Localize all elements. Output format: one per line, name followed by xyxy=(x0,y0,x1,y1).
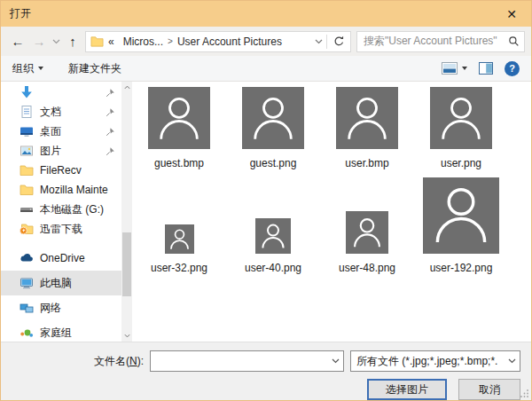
sidebar-item-local-disk-g[interactable]: 本地磁盘 (G:) xyxy=(1,200,121,219)
scrollbar-up-arrow[interactable] xyxy=(121,82,132,93)
onedrive-icon xyxy=(20,251,34,265)
file-item-user-png[interactable]: user.png xyxy=(414,87,508,169)
back-button[interactable]: ← xyxy=(7,31,28,52)
thunder-folder-icon xyxy=(20,222,34,236)
file-item-user-192-png[interactable]: user-192.png xyxy=(414,177,508,274)
sidebar-item-pictures[interactable]: 图片 xyxy=(1,141,121,161)
folder-icon xyxy=(20,163,34,177)
file-item-user-40-png[interactable]: user-40.png xyxy=(226,177,320,274)
thumbnail-slot xyxy=(346,177,388,254)
breadcrumb-parent[interactable]: Micros... xyxy=(119,35,168,48)
file-item-user-48-png[interactable]: user-48.png xyxy=(320,177,414,274)
search-box[interactable]: 搜索"User Account Pictures" xyxy=(356,31,525,52)
chevron-down-icon xyxy=(52,39,60,44)
organize-button[interactable]: 组织 xyxy=(12,61,43,76)
sidebar-item-homegroup[interactable]: 家庭组 xyxy=(1,320,121,342)
search-placeholder: 搜索"User Account Pictures" xyxy=(364,34,508,49)
sidebar-item-network[interactable]: 网络 xyxy=(1,295,121,320)
pin-icon xyxy=(106,88,115,98)
sidebar-item-label: OneDrive xyxy=(40,252,85,264)
select-picture-label: 选择图片 xyxy=(386,382,428,397)
user-avatar-thumbnail xyxy=(148,87,210,149)
up-icon: ↑ xyxy=(69,34,76,49)
refresh-button[interactable] xyxy=(327,32,350,51)
sidebar-item-filerecv[interactable]: FileRecv xyxy=(1,161,121,180)
folder-icon xyxy=(90,35,104,47)
chevron-down-icon xyxy=(124,334,130,338)
change-view-button[interactable] xyxy=(442,62,467,75)
file-item-guest-png[interactable]: guest.png xyxy=(226,87,320,169)
sidebar-item-label: 家庭组 xyxy=(40,326,72,341)
filetype-value: 所有文件 (*.jpg;*.jpeg;*.bmp;*. xyxy=(356,354,504,369)
sidebar-item-desktop[interactable]: 桌面 xyxy=(1,122,121,141)
navigation-pane: 文档 桌面 图片 xyxy=(1,82,132,342)
pin-icon xyxy=(106,107,115,117)
sidebar-item-documents[interactable]: 文档 xyxy=(1,102,121,122)
scrollbar-thumb[interactable] xyxy=(122,232,131,296)
file-item-user-32-png[interactable]: user-32.png xyxy=(132,177,226,274)
user-avatar-thumbnail xyxy=(242,87,304,149)
address-dropdown-button[interactable] xyxy=(310,32,326,51)
resize-grip[interactable] xyxy=(520,389,529,398)
sidebar-scrollbar[interactable] xyxy=(121,82,132,342)
thumbnail-slot xyxy=(255,177,291,254)
forward-icon: → xyxy=(33,34,46,49)
network-icon xyxy=(20,301,34,315)
new-folder-label: 新建文件夹 xyxy=(68,61,121,76)
user-avatar-thumbnail xyxy=(346,211,388,254)
breadcrumb-overflow[interactable]: « xyxy=(104,35,119,48)
file-item-guest-bmp[interactable]: guest.bmp xyxy=(132,87,226,169)
preview-pane-button[interactable] xyxy=(479,62,493,75)
filename-input[interactable] xyxy=(151,351,327,371)
file-name: user-32.png xyxy=(151,262,207,274)
sidebar-item-downloads[interactable] xyxy=(1,83,121,102)
cancel-button[interactable]: 取消 xyxy=(458,379,520,400)
cancel-label: 取消 xyxy=(479,382,500,397)
new-folder-button[interactable]: 新建文件夹 xyxy=(68,61,121,76)
downloads-icon xyxy=(20,85,34,99)
scrollbar-down-arrow[interactable] xyxy=(121,330,132,342)
recent-locations-button[interactable] xyxy=(50,31,62,52)
sidebar-item-thunder-download[interactable]: 迅雷下载 xyxy=(1,219,121,239)
filename-dropdown-button[interactable] xyxy=(327,358,343,364)
sidebar-item-label: 网络 xyxy=(40,301,61,316)
sidebar-item-this-pc[interactable]: 此电脑 xyxy=(1,271,121,295)
close-button[interactable]: ✕ xyxy=(492,1,531,27)
disk-drive-icon xyxy=(20,202,34,216)
sidebar-list: 文档 桌面 图片 xyxy=(1,82,121,342)
filetype-dropdown-button[interactable] xyxy=(504,358,520,364)
thumbnail-slot xyxy=(423,177,499,254)
select-picture-button[interactable]: 选择图片 xyxy=(367,379,447,400)
sidebar-item-onedrive[interactable]: OneDrive xyxy=(1,246,121,271)
breadcrumb-current[interactable]: User Account Pictures xyxy=(173,35,286,48)
user-avatar-thumbnail xyxy=(430,87,492,149)
user-avatar-thumbnail xyxy=(336,87,398,149)
file-name: user-48.png xyxy=(339,262,395,274)
sidebar-item-mozilla[interactable]: Mozilla Mainte xyxy=(1,180,121,200)
sidebar-item-label: 桌面 xyxy=(40,124,61,139)
chevron-down-icon xyxy=(462,67,467,70)
sidebar-item-label: 本地磁盘 (G:) xyxy=(40,202,104,217)
file-name: guest.png xyxy=(250,157,297,169)
refresh-icon xyxy=(333,35,345,47)
forward-button[interactable]: → xyxy=(28,31,50,52)
pictures-icon xyxy=(20,144,34,158)
up-button[interactable]: ↑ xyxy=(62,31,83,52)
sidebar-item-label: 此电脑 xyxy=(40,276,72,291)
file-row-1: guest.bmp guest.png user.bmp user.png xyxy=(132,87,531,169)
sidebar-item-label: FileRecv xyxy=(40,164,82,177)
filetype-combobox[interactable]: 所有文件 (*.jpg;*.jpeg;*.bmp;*. xyxy=(350,350,520,372)
filename-row: 文件名(N): 所有文件 (*.jpg;*.jpeg;*.bmp;*. xyxy=(1,350,520,372)
file-name: user-40.png xyxy=(245,262,301,274)
help-button[interactable]: ? xyxy=(505,61,520,76)
homegroup-icon xyxy=(20,326,34,340)
user-avatar-thumbnail xyxy=(423,177,499,254)
chevron-up-icon xyxy=(124,85,130,90)
file-item-user-bmp[interactable]: user.bmp xyxy=(320,87,414,169)
title-bar: 打开 ✕ xyxy=(1,1,531,27)
navigation-bar: ← → ↑ « Micros... > User Account Picture… xyxy=(1,27,531,56)
help-icon: ? xyxy=(509,63,515,74)
command-toolbar: 组织 新建文件夹 ? xyxy=(1,56,531,82)
address-bar[interactable]: « Micros... > User Account Pictures xyxy=(85,31,351,52)
sidebar-item-label: 文档 xyxy=(40,105,61,120)
